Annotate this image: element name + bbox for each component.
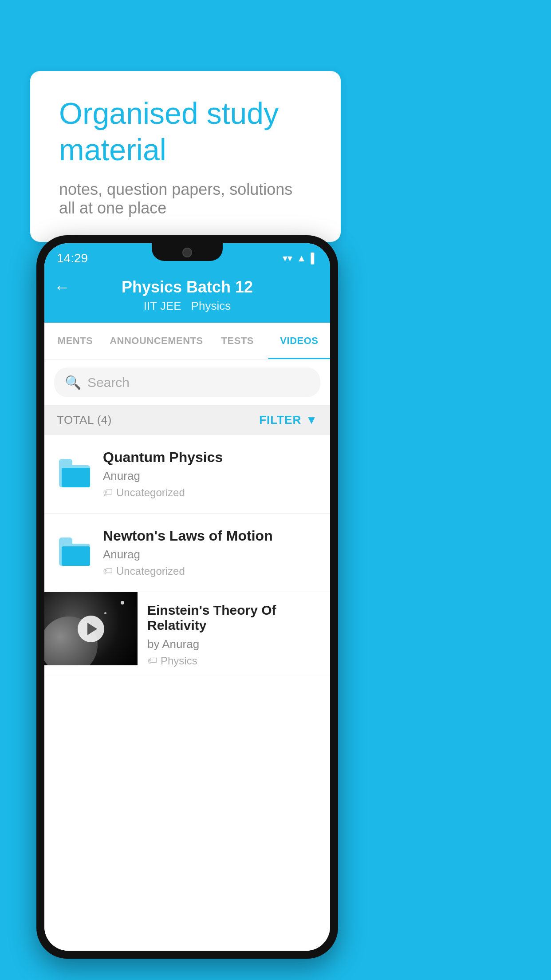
search-input-wrap[interactable]: 🔍 Search: [54, 368, 320, 397]
tag-icon: 🏷: [147, 655, 157, 667]
status-icons: ▾▾ ▲ ▌: [283, 253, 318, 264]
list-item[interactable]: Quantum Physics Anurag 🏷 Uncategorized: [44, 435, 330, 514]
video-details-einstein: Einstein's Theory Of Relativity by Anura…: [138, 592, 330, 678]
filter-label: FILTER: [259, 413, 301, 427]
folder-icon: [59, 539, 90, 566]
speech-bubble: Organised study material notes, question…: [30, 71, 341, 242]
item-author: Anurag: [103, 548, 318, 561]
app-header: ← Physics Batch 12 IIT JEE Physics: [44, 270, 330, 323]
video-tag: 🏷 Physics: [147, 655, 320, 667]
item-icon-newton: [57, 535, 92, 570]
item-details-quantum: Quantum Physics Anurag 🏷 Uncategorized: [103, 449, 318, 499]
tab-announcements[interactable]: ANNOUNCEMENTS: [106, 323, 207, 359]
filter-bar: TOTAL (4) FILTER ▼: [44, 405, 330, 435]
item-details-newton: Newton's Laws of Motion Anurag 🏷 Uncateg…: [103, 528, 318, 577]
wifi-icon: ▾▾: [283, 253, 292, 264]
header-title-row: ← Physics Batch 12: [57, 278, 318, 296]
signal-icon: ▲: [297, 253, 307, 264]
speech-bubble-container: Organised study material notes, question…: [30, 71, 341, 242]
header-subtitle: IIT JEE Physics: [144, 299, 231, 313]
tab-videos[interactable]: VIDEOS: [268, 323, 330, 359]
list-item[interactable]: Newton's Laws of Motion Anurag 🏷 Uncateg…: [44, 514, 330, 592]
tag-label: Uncategorized: [116, 486, 185, 499]
tag-label: Uncategorized: [116, 565, 185, 577]
item-tag: 🏷 Uncategorized: [103, 486, 318, 499]
play-button[interactable]: [78, 616, 104, 642]
tab-tests[interactable]: TESTS: [207, 323, 268, 359]
item-tag: 🏷 Uncategorized: [103, 565, 318, 577]
search-icon: 🔍: [65, 375, 81, 390]
search-bar: 🔍 Search: [44, 360, 330, 405]
header-title: Physics Batch 12: [122, 278, 253, 296]
video-list: Quantum Physics Anurag 🏷 Uncategorized: [44, 435, 330, 951]
speech-bubble-heading: Organised study material: [59, 95, 312, 168]
video-item[interactable]: Einstein's Theory Of Relativity by Anura…: [44, 592, 330, 678]
star-graphic-2: [104, 612, 106, 614]
battery-icon: ▌: [311, 253, 318, 264]
filter-icon: ▼: [306, 413, 318, 427]
filter-button[interactable]: FILTER ▼: [259, 413, 318, 427]
phone-device: 14:29 ▾▾ ▲ ▌ ← Physics Batch 12 IIT JEE …: [36, 235, 338, 959]
folder-icon: [59, 461, 90, 487]
status-time: 14:29: [57, 251, 88, 265]
item-author: Anurag: [103, 469, 318, 483]
header-subtitle-iitjee: IIT JEE: [144, 299, 181, 313]
header-subtitle-physics: Physics: [191, 299, 231, 313]
folder-front: [62, 468, 90, 487]
tab-ments[interactable]: MENTS: [44, 323, 106, 359]
camera-dot: [182, 248, 192, 257]
tab-bar: MENTS ANNOUNCEMENTS TESTS VIDEOS: [44, 323, 330, 360]
tag-icon: 🏷: [103, 487, 113, 498]
search-placeholder: Search: [87, 375, 130, 390]
tag-label: Physics: [161, 655, 197, 667]
star-graphic-1: [121, 601, 124, 605]
folder-front: [62, 546, 90, 566]
total-count-label: TOTAL (4): [57, 413, 112, 427]
video-author: by Anurag: [147, 637, 320, 651]
back-button[interactable]: ←: [54, 278, 70, 296]
phone-screen: 14:29 ▾▾ ▲ ▌ ← Physics Batch 12 IIT JEE …: [44, 243, 330, 951]
video-thumbnail: [44, 592, 138, 665]
item-title: Quantum Physics: [103, 449, 318, 466]
speech-bubble-subtext: notes, question papers, solutions all at…: [59, 180, 312, 217]
phone-notch: [152, 243, 223, 261]
video-title: Einstein's Theory Of Relativity: [147, 603, 320, 633]
tag-icon: 🏷: [103, 565, 113, 577]
item-icon-quantum: [57, 456, 92, 492]
item-title: Newton's Laws of Motion: [103, 528, 318, 544]
phone-screen-area: 14:29 ▾▾ ▲ ▌ ← Physics Batch 12 IIT JEE …: [44, 243, 330, 951]
play-icon: [87, 623, 97, 635]
